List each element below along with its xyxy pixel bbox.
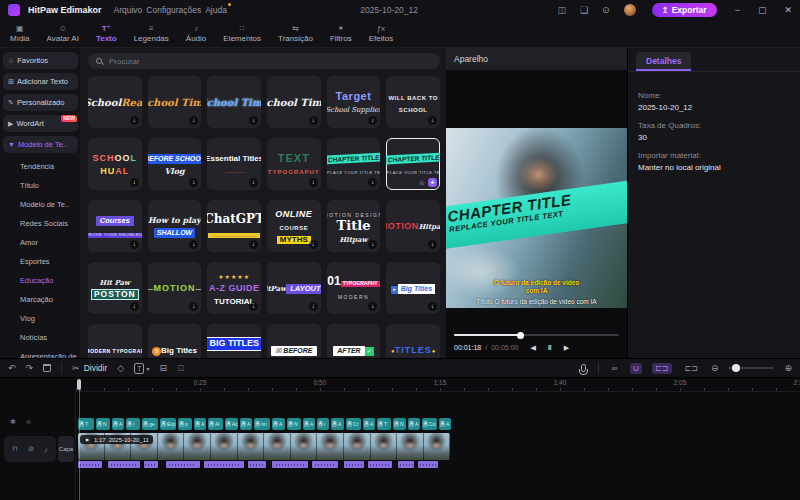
template-card-big-titles-blue[interactable]: BIG TITLESLayouts↓	[207, 324, 261, 358]
subtitle-clip[interactable]: Age	[142, 418, 158, 430]
text-tool-button[interactable]: T ▾	[134, 363, 149, 374]
download-icon[interactable]: ↓	[189, 178, 198, 187]
maximize-button[interactable]: ▢	[758, 5, 767, 15]
template-card-chapter-title[interactable]: CHAPTER TITLEREPLACE YOUR TITLE TEXT↓	[327, 138, 381, 190]
caption-fragment[interactable]	[108, 461, 140, 468]
tab-midia[interactable]: ▣Mídia	[10, 25, 30, 43]
add-to-timeline-icon[interactable]: +	[428, 178, 437, 187]
template-card-online-course-myths[interactable]: ONLINECOURSEMYTHS↓	[267, 200, 321, 252]
subtitle-clip[interactable]: AA	[240, 418, 252, 430]
close-button[interactable]: ✕	[784, 5, 792, 15]
download-icon[interactable]: ↓	[130, 302, 139, 311]
sidebar-subitem-t-tulo[interactable]: Título	[3, 176, 78, 195]
subtitle-clip[interactable]: AI	[126, 418, 140, 430]
template-card-essential-titles[interactable]: Essential Titles────────↓	[207, 138, 261, 190]
download-icon[interactable]: ↓	[368, 302, 377, 311]
info-icon[interactable]: ⊙	[602, 5, 610, 15]
caption-fragment[interactable]	[166, 461, 200, 468]
zoom-slider-knob[interactable]	[732, 364, 740, 372]
template-card-az-guide-tutorial[interactable]: ★★★★★A-Z GUIDETUTORIAL↓	[207, 262, 261, 314]
subtitle-clip[interactable]: AA	[303, 418, 315, 430]
minimize-button[interactable]: −	[735, 5, 740, 15]
tab-audio[interactable]: ♪Áudio	[186, 25, 206, 43]
sidebar-subitem-amor[interactable]: Amor	[3, 233, 78, 252]
template-card-school-hual[interactable]: SCHOOLHUAL↓	[88, 138, 142, 190]
zoom-in-icon[interactable]: ⊕	[784, 363, 792, 373]
next-frame-button[interactable]: ▶	[564, 344, 569, 352]
sidebar-subitem-marca-o[interactable]: Marcação	[3, 290, 78, 309]
template-card-typography-modern-01[interactable]: 01 TYPOGRAPHYMODERN↓	[327, 262, 381, 314]
download-icon[interactable]: ↓	[428, 302, 437, 311]
subtitle-clip[interactable]: AN	[96, 418, 110, 430]
tab-avatar-ai[interactable]: ☺Avatar AI	[47, 25, 79, 43]
sidebar-item-adicionar-texto[interactable]: ⊞Adicionar Texto	[3, 73, 78, 90]
download-icon[interactable]: ↓	[130, 178, 139, 187]
search-bar[interactable]	[88, 53, 440, 69]
subtitle-clip[interactable]: AN	[393, 418, 406, 430]
template-card-school-real[interactable]: School Real↓	[88, 76, 142, 128]
redo-icon[interactable]: ↷	[26, 363, 34, 373]
menu-ajuda[interactable]: Ajuda	[205, 5, 227, 15]
subtitle-clip[interactable]: Ai	[317, 418, 329, 430]
template-card-back-to-school[interactable]: WILL BACK TOSCHOOL↓	[386, 76, 440, 128]
subtitle-clip[interactable]: ACr	[346, 418, 361, 430]
subtitle-clip[interactable]: AExp	[160, 418, 176, 430]
subtitle-clip[interactable]: AT	[78, 418, 94, 430]
track-link-icon[interactable]: ∞	[26, 418, 31, 426]
menu-configura-es[interactable]: Configurações	[146, 5, 201, 15]
download-icon[interactable]: ↓	[309, 116, 318, 125]
template-card-before-school-vlog[interactable]: BEFORE SCHOOLVlog↓	[148, 138, 202, 190]
caption-fragment[interactable]	[78, 461, 102, 468]
subtitle-clip[interactable]: AA	[331, 418, 344, 430]
download-icon[interactable]: ↓	[249, 116, 258, 125]
caption-fragment[interactable]	[204, 461, 244, 468]
sidebar-item-modelo-de-te[interactable]: ▼Modelo de Te..	[3, 136, 78, 153]
subtitle-clip[interactable]: AA	[363, 418, 375, 430]
hide-track-icon[interactable]: ⊘	[28, 445, 34, 453]
layout-icon[interactable]: ◫	[557, 5, 566, 15]
split-button[interactable]: ✂ Dividir	[72, 363, 107, 373]
feedback-icon[interactable]: ❑	[580, 5, 588, 15]
template-card-modern-typography-2[interactable]: 2 MODERN TYPOGRAPHY↓	[88, 324, 142, 358]
search-input[interactable]	[107, 56, 432, 67]
caption-fragment[interactable]	[248, 461, 266, 468]
slider-knob[interactable]	[517, 332, 524, 339]
sidebar-item-wordart[interactable]: ▶WordArtNEW	[3, 115, 78, 132]
cover-button[interactable]: Capa	[58, 436, 74, 462]
caption-fragment[interactable]	[144, 461, 158, 468]
subtitle-clip[interactable]: Ap	[178, 418, 192, 430]
subtitle-clip[interactable]: AAl	[208, 418, 223, 430]
download-icon[interactable]: ↓	[249, 178, 258, 187]
sidebar-subitem-not-cias[interactable]: Notícias	[3, 328, 78, 347]
speech-to-text-icon[interactable]: ⊡	[177, 363, 185, 373]
subtitle-clip[interactable]: AA	[439, 418, 451, 430]
favorite-icon[interactable]: ☆	[419, 179, 425, 187]
caption-fragment[interactable]	[272, 461, 308, 468]
tab-transicao[interactable]: ⇆Transição	[278, 25, 313, 43]
template-card-school-time-orange[interactable]: School Time↓	[148, 76, 202, 128]
tab-details[interactable]: Detalhes	[636, 52, 691, 71]
undo-icon[interactable]: ↶	[8, 363, 16, 373]
template-card-hitpaw-poston[interactable]: Hit PawPOSTON↓	[88, 262, 142, 314]
caption-fragment[interactable]	[344, 461, 364, 468]
template-card-chatgpt[interactable]: ChatGPT———————————↓	[207, 200, 261, 252]
marker-out-icon[interactable]: ⊏⊐	[682, 363, 701, 374]
subtitle-clip[interactable]: AIm	[254, 418, 270, 430]
subtitle-clip[interactable]: AA	[408, 418, 420, 430]
timeline-zoom-slider[interactable]	[728, 367, 774, 369]
download-icon[interactable]: ↓	[130, 116, 139, 125]
keyframe-icon[interactable]: ◇	[117, 363, 124, 373]
sidebar-subitem-esportes[interactable]: Esportes	[3, 252, 78, 271]
playhead-marker[interactable]	[77, 379, 81, 390]
download-icon[interactable]: ↓	[189, 116, 198, 125]
subtitle-clip[interactable]: AN	[287, 418, 301, 430]
magnet-snap-icon[interactable]: U	[630, 363, 642, 374]
caption-fragment[interactable]	[312, 461, 338, 468]
download-icon[interactable]: ↓	[249, 240, 258, 249]
template-card-hitpaw-layouts[interactable]: HitPaw LAYOUTS↓	[267, 262, 321, 314]
delete-icon[interactable]	[43, 364, 51, 372]
sidebar-subitem-educa-o[interactable]: Educação	[3, 271, 78, 290]
template-card-target-school-supplies[interactable]: TargetSchool Supplies↓	[327, 76, 381, 128]
download-icon[interactable]: ↓	[309, 178, 318, 187]
track-effects-icon[interactable]: ✱	[10, 418, 16, 426]
